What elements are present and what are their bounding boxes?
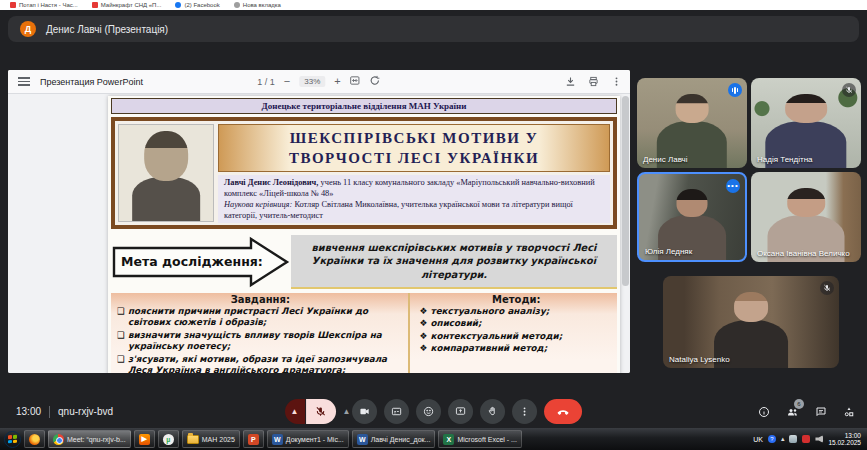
taskbar-excel[interactable]: XMicrosoft Excel - ... (438, 430, 522, 448)
video-tile-denys[interactable]: Денис Лавчі (637, 78, 747, 168)
browser-bookmarks-bar: Потап і Настя - Час... Майнкрафт СНД «П.… (0, 0, 867, 10)
present-button[interactable] (448, 399, 473, 424)
methods-column: Методи: текстуального аналізу; описовий;… (410, 293, 617, 373)
task-item: пояснити причини пристрасті Лесі Українк… (117, 306, 404, 329)
tile-options-icon[interactable]: ••• (726, 179, 740, 193)
windows-taskbar: Meet: “qnu-rxjv-b... ▶ µ МАН 2025 P WДок… (0, 428, 867, 450)
fit-page-icon[interactable] (350, 75, 361, 88)
presentation-viewer: Презентация PowerPoint 1 / 1 − 33% + Дон… (8, 70, 630, 373)
media-player-icon: ▶ (139, 434, 150, 445)
menu-icon[interactable] (18, 77, 30, 86)
taskbar-chrome-meet[interactable]: Meet: “qnu-rxjv-b... (48, 430, 131, 448)
word-icon: W (272, 434, 283, 445)
taskbar-powerpoint[interactable]: P (243, 430, 264, 448)
tray-help-icon[interactable]: ? (768, 435, 776, 443)
chrome-icon (53, 434, 64, 445)
presenter-banner: Д Денис Лавчі (Презентація) (8, 16, 859, 42)
meet-control-bar: 13:00 qnu-rxjv-bvd ▲ ▲ 6 (0, 395, 867, 428)
globe-icon (234, 2, 240, 8)
scrollbar[interactable] (622, 96, 629, 366)
presenter-name: Денис Лавчі (Презентація) (46, 24, 168, 35)
video-tile-oksana[interactable]: Оксана Іванівна Величко (751, 172, 861, 262)
taskbar-firefox[interactable] (24, 430, 45, 448)
camera-button[interactable] (352, 399, 377, 424)
methods-header: Методи: (420, 294, 613, 305)
bookmark-item[interactable]: (2) Facebook (175, 2, 219, 8)
clock-time: 13:00 (16, 406, 41, 417)
taskbar-clock[interactable]: 13:00 15.02.2025 (828, 432, 863, 447)
method-item: текстуального аналізу; (420, 306, 613, 317)
participant-name: Nataliya Lysenko (669, 355, 730, 364)
participant-name: Оксана Іванівна Величко (757, 249, 850, 258)
mic-muted-icon (820, 281, 834, 295)
taskbar-media-player[interactable]: ▶ (134, 430, 155, 448)
taskbar-utorrent[interactable]: µ (158, 430, 179, 448)
action-center-icon[interactable] (802, 435, 810, 443)
video-tile-yuliia[interactable]: ••• Юлія Ледняк (637, 172, 747, 262)
reactions-button[interactable] (416, 399, 441, 424)
participant-name: Денис Лавчі (643, 155, 688, 164)
participant-count-badge: 6 (794, 399, 804, 409)
zoom-in-button[interactable]: + (334, 76, 340, 87)
camera-options-chevron[interactable]: ▲ (343, 407, 351, 416)
windows-logo-icon (8, 435, 17, 444)
slide-org-banner: Донецьке територіальне відділення МАН Ук… (111, 98, 617, 114)
slide-title-box: ШЕКСПІРІВСЬКІ МОТИВИ У ТВОРЧОСТІ ЛЕСІ УК… (111, 117, 617, 229)
bookmark-item[interactable]: Потап і Настя - Час... (10, 2, 78, 8)
powerpoint-icon: P (248, 434, 259, 445)
page-indicator: 1 / 1 (257, 77, 275, 87)
meeting-details-button[interactable] (758, 406, 770, 418)
mic-options-chevron[interactable]: ▲ (285, 399, 305, 424)
youtube-icon (92, 2, 98, 8)
word-icon: W (357, 434, 368, 445)
zoom-level[interactable]: 33% (299, 76, 325, 87)
task-item: з'ясувати, які мотиви, образи та ідеї за… (117, 354, 404, 373)
excel-icon: X (443, 434, 454, 445)
chat-button[interactable] (815, 406, 827, 418)
youtube-icon (10, 2, 16, 8)
method-item: компаративний метод; (420, 343, 613, 354)
more-options-button[interactable] (512, 399, 537, 424)
facebook-icon (175, 2, 181, 8)
meeting-code: qnu-rxjv-bvd (58, 406, 113, 417)
goal-arrow-shape: Мета дослідження: (111, 235, 291, 289)
bookmark-item[interactable]: Нова вкладка (234, 2, 281, 8)
viewer-toolbar: Презентация PowerPoint 1 / 1 − 33% + (8, 70, 630, 94)
participant-name: Надія Тендітна (757, 155, 813, 164)
participants-button[interactable]: 6 (786, 406, 799, 418)
slide-goal-row: Мета дослідження: вивчення шекспірівськи… (111, 235, 617, 289)
tasks-column: Завдання: пояснити причини пристрасті Ле… (111, 293, 410, 373)
screen: Потап і Настя - Час... Майнкрафт СНД «П.… (0, 0, 867, 450)
taskbar-word-1[interactable]: WДокумент1 - Mic... (267, 430, 349, 448)
start-button[interactable] (4, 431, 21, 448)
end-call-button[interactable] (544, 399, 582, 424)
video-tile-nadiia[interactable]: Надія Тендітна (751, 78, 861, 168)
author-photo (118, 124, 214, 222)
language-indicator[interactable]: UK (753, 436, 763, 443)
slide-author-text: Лавчі Денис Леонідович, учень 11 класу к… (218, 175, 610, 223)
tray-expand-icon[interactable]: ▴ (781, 435, 785, 443)
camera-control-group: ▲ (343, 399, 378, 424)
taskbar-word-2[interactable]: WЛавчі Денис_док... (352, 430, 436, 448)
taskbar-folder[interactable]: МАН 2025 (182, 430, 240, 448)
video-tile-nataliya[interactable]: Nataliya Lysenko (663, 276, 839, 368)
avatar: Д (20, 21, 36, 37)
slide-title: ШЕКСПІРІВСЬКІ МОТИВИ У ТВОРЧОСТІ ЛЕСІ УК… (218, 124, 610, 172)
zoom-out-button[interactable]: − (284, 76, 290, 87)
network-icon[interactable] (789, 435, 797, 443)
activities-button[interactable] (843, 406, 855, 418)
divider (49, 406, 50, 418)
more-options-icon[interactable] (611, 76, 622, 87)
task-item: визначити значущість впливу творів Шексп… (117, 330, 404, 353)
mic-mute-button[interactable] (306, 399, 336, 424)
captions-button[interactable] (384, 399, 409, 424)
rotate-icon[interactable] (370, 75, 381, 88)
download-icon[interactable] (565, 76, 576, 87)
document-title: Презентация PowerPoint (40, 77, 143, 87)
bookmark-item[interactable]: Майнкрафт СНД «П... (92, 2, 162, 8)
print-icon[interactable] (588, 76, 599, 87)
volume-icon[interactable] (815, 435, 823, 443)
utorrent-icon: µ (163, 434, 174, 445)
firefox-icon (29, 434, 40, 445)
raise-hand-button[interactable] (480, 399, 505, 424)
